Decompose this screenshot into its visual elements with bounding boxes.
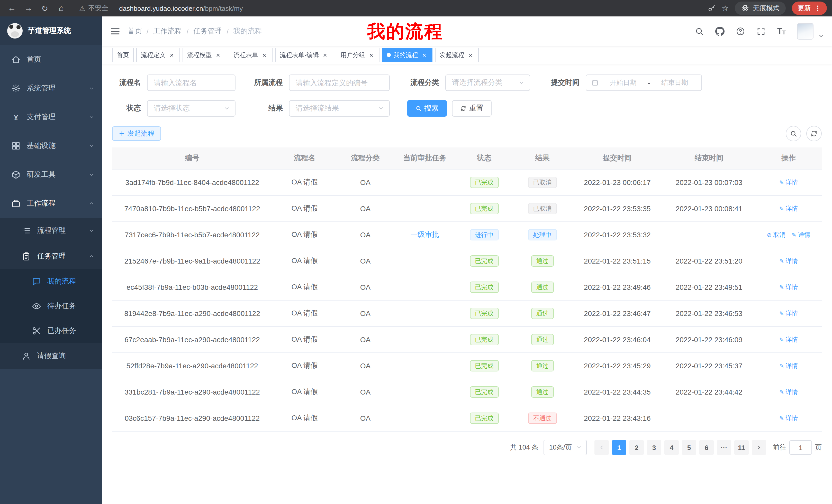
table-row: 331bc281-7b9a-11ec-a290-acde48001122OA 请… (112, 379, 822, 405)
tab-process-model[interactable]: 流程模型× (183, 48, 226, 62)
tab-home[interactable]: 首页 (112, 48, 134, 62)
sidebar-item-workflow[interactable]: 工作流程 (0, 189, 102, 218)
page-button-6[interactable]: 6 (699, 440, 714, 455)
logo[interactable]: 芋道管理系统 (0, 17, 102, 45)
page-content: 流程名 所属流程 流程分类 请选择流程分类 (102, 64, 832, 504)
close-icon[interactable]: × (261, 51, 268, 59)
sidebar-item-todo-tasks[interactable]: 待办任务 (0, 294, 102, 318)
start-process-button[interactable]: 发起流程 (112, 127, 161, 141)
page-button-1[interactable]: 1 (612, 440, 626, 455)
cell-result: 已取消 (513, 195, 572, 222)
edit-icon: ✎ (779, 337, 784, 343)
date-separator: - (648, 79, 650, 87)
github-icon[interactable] (716, 27, 725, 36)
process-def-input[interactable] (289, 75, 390, 91)
fullscreen-icon[interactable] (757, 27, 766, 36)
search-icon (415, 105, 422, 111)
search-button[interactable]: 搜索 (407, 100, 447, 117)
sidebar-item-process-management[interactable]: 流程管理 (0, 218, 102, 244)
cell-process-id: 331bc281-7b9a-11ec-a290-acde48001122 (112, 379, 272, 405)
search-toggle-button[interactable] (786, 126, 801, 141)
cell-status: 已完成 (456, 353, 513, 379)
tab-user-group[interactable]: 用户分组× (336, 48, 380, 62)
sidebar-item-payment-management[interactable]: ¥支付管理 (0, 103, 102, 132)
chevron-down-icon (88, 172, 95, 178)
goto-page-input[interactable] (789, 440, 812, 455)
submit-time-range-picker[interactable]: 开始日期 - 结束日期 (586, 75, 702, 91)
detail-action[interactable]: ✎详情 (779, 362, 798, 370)
close-icon[interactable]: × (467, 51, 474, 59)
address-bar[interactable]: ⚠ 不安全 dashboard.yudao.iocoder.cn/bpm/tas… (79, 4, 707, 13)
close-icon[interactable]: × (368, 51, 375, 59)
sidebar-item-infrastructure[interactable]: 基础设施 (0, 132, 102, 160)
bookmark-star-icon[interactable]: ☆ (722, 4, 729, 13)
cell-process-name: OA 请假 (272, 248, 337, 274)
browser-reload-button[interactable]: ↻ (38, 2, 51, 15)
sidebar-item-leave-query[interactable]: 请假查询 (0, 343, 102, 369)
breadcrumb-task-management[interactable]: 任务管理 (193, 27, 222, 36)
tab-process-definition[interactable]: 流程定义× (136, 48, 180, 62)
close-icon[interactable]: × (168, 51, 175, 59)
sidebar-item-task-management[interactable]: 任务管理 (0, 244, 102, 269)
sidebar-item-done-tasks[interactable]: 已办任务 (0, 318, 102, 343)
category-select[interactable]: 请选择流程分类 (445, 75, 530, 91)
browser-forward-button[interactable]: → (22, 2, 35, 15)
refresh-button[interactable] (806, 126, 822, 141)
page-ellipsis[interactable]: ··· (717, 440, 731, 455)
browser-update-button[interactable]: 更新 ⋮ (792, 2, 827, 15)
cell-actions: ✎详情 (756, 274, 822, 300)
tab-my-process[interactable]: 我的流程× (382, 48, 433, 62)
detail-action[interactable]: ✎详情 (779, 283, 798, 292)
cell-process-name: OA 请假 (272, 222, 337, 248)
tab-label: 首页 (117, 51, 129, 59)
sidebar-item-home[interactable]: 首页 (0, 45, 102, 74)
detail-action[interactable]: ✎详情 (779, 309, 798, 318)
user-avatar[interactable] (797, 23, 813, 39)
hamburger-icon[interactable] (110, 26, 120, 36)
search-icon[interactable] (695, 27, 704, 36)
detail-action[interactable]: ✎详情 (779, 204, 798, 213)
key-icon[interactable] (707, 4, 716, 12)
next-page-button[interactable] (752, 440, 766, 455)
tab-process-form[interactable]: 流程表单× (229, 48, 272, 62)
browser-home-button[interactable]: ⌂ (54, 2, 68, 15)
detail-action[interactable]: ✎详情 (779, 257, 798, 265)
tab-start-process[interactable]: 发起流程× (435, 48, 479, 62)
browser-back-button[interactable]: ← (5, 2, 19, 15)
detail-action[interactable]: ✎详情 (791, 231, 810, 240)
breadcrumb-home[interactable]: 首页 (128, 27, 142, 36)
close-icon[interactable]: × (421, 51, 428, 59)
cell-submit-time: 2022-01-22 23:51:15 (572, 248, 662, 274)
page-button-3[interactable]: 3 (647, 440, 661, 455)
prev-page-button[interactable] (594, 440, 609, 455)
cell-status: 已完成 (456, 195, 513, 222)
cancel-action[interactable]: ⊘取消 (767, 231, 785, 240)
breadcrumb-workflow[interactable]: 工作流程 (153, 27, 182, 36)
cell-submit-time: 2022-01-22 23:46:47 (572, 300, 662, 327)
page-size-select[interactable]: 10条/页 (544, 440, 587, 455)
process-name-input[interactable] (147, 75, 235, 91)
result-select[interactable]: 请选择流结果 (289, 100, 390, 117)
page-button-5[interactable]: 5 (682, 440, 696, 455)
current-task-link[interactable]: 一级审批 (410, 230, 439, 239)
sidebar-item-system-management[interactable]: 系统管理 (0, 74, 102, 103)
close-icon[interactable]: × (214, 51, 222, 59)
chevron-down-icon[interactable] (818, 33, 824, 38)
detail-action[interactable]: ✎详情 (779, 388, 798, 397)
tab-process-form-edit[interactable]: 流程表单-编辑× (275, 48, 333, 62)
detail-action[interactable]: ✎详情 (779, 335, 798, 344)
cell-process-name: OA 请假 (272, 274, 337, 300)
page-button-2[interactable]: 2 (629, 440, 644, 455)
page-button-4[interactable]: 4 (665, 440, 679, 455)
font-size-icon[interactable]: TT (777, 27, 786, 35)
sidebar-item-my-process[interactable]: 我的流程 (0, 269, 102, 294)
detail-action[interactable]: ✎详情 (779, 178, 798, 187)
cell-end-time: 2022-01-22 23:51:20 (662, 248, 756, 274)
status-select[interactable]: 请选择状态 (147, 100, 235, 117)
reset-button[interactable]: 重置 (452, 100, 492, 117)
sidebar-item-dev-tools[interactable]: 研发工具 (0, 160, 102, 189)
help-icon[interactable] (736, 27, 745, 36)
detail-action[interactable]: ✎详情 (779, 414, 798, 423)
page-button-11[interactable]: 11 (734, 440, 749, 455)
close-icon[interactable]: × (321, 51, 329, 59)
